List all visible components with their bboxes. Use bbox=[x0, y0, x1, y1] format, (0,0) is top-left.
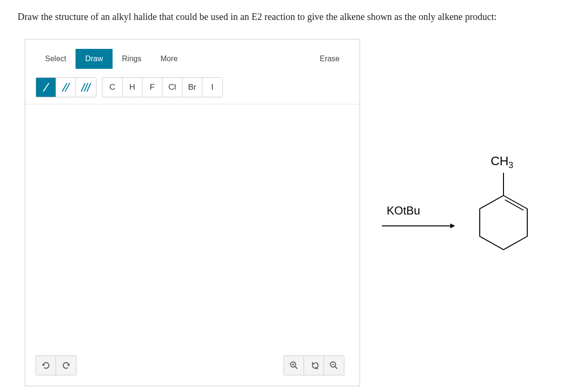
toolbar-tabs: Select Draw Rings More bbox=[36, 49, 187, 69]
atom-buttons: C H F Cl Br I bbox=[102, 77, 223, 97]
reaction-arrow bbox=[380, 221, 456, 231]
zoom-reset-button[interactable] bbox=[304, 356, 324, 375]
reagent-label: KOtBu bbox=[387, 204, 420, 217]
tab-draw[interactable]: Draw bbox=[76, 49, 112, 69]
erase-button[interactable]: Erase bbox=[310, 49, 349, 69]
zoom-group bbox=[284, 355, 344, 375]
atom-c[interactable]: C bbox=[103, 78, 123, 97]
atom-br[interactable]: Br bbox=[182, 78, 202, 97]
svg-line-0 bbox=[43, 83, 49, 92]
atom-cl[interactable]: Cl bbox=[162, 78, 182, 97]
tab-more[interactable]: More bbox=[151, 49, 187, 69]
drawing-editor: Select Draw Rings More Erase bbox=[25, 39, 360, 386]
toolbar-primary: Select Draw Rings More Erase bbox=[25, 39, 360, 69]
question-prompt: Draw the structure of an alkyl halide th… bbox=[18, 11, 497, 22]
product-molecule bbox=[456, 152, 546, 275]
tab-select[interactable]: Select bbox=[36, 49, 76, 69]
svg-marker-15 bbox=[450, 224, 455, 228]
toolbar-secondary: C H F Cl Br I bbox=[25, 72, 360, 104]
undo-redo-group bbox=[36, 355, 76, 375]
tab-rings[interactable]: Rings bbox=[113, 49, 151, 69]
bond-triple[interactable] bbox=[76, 78, 96, 97]
atom-f[interactable]: F bbox=[142, 78, 162, 97]
svg-line-7 bbox=[295, 366, 297, 369]
atom-i[interactable]: I bbox=[202, 78, 222, 97]
undo-button[interactable] bbox=[36, 356, 56, 375]
zoom-out-button[interactable] bbox=[324, 356, 344, 375]
bond-buttons bbox=[36, 77, 96, 97]
svg-marker-17 bbox=[480, 196, 527, 250]
bond-single[interactable] bbox=[36, 78, 56, 97]
svg-line-12 bbox=[335, 366, 337, 369]
bond-double[interactable] bbox=[56, 78, 76, 97]
atom-h[interactable]: H bbox=[123, 78, 142, 97]
redo-button[interactable] bbox=[56, 356, 76, 375]
zoom-in-button[interactable] bbox=[284, 356, 304, 375]
